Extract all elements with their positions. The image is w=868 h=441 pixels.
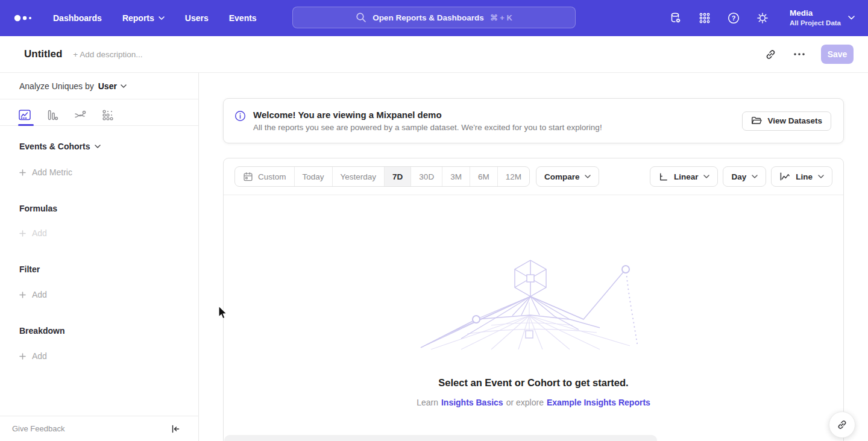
line-chart-tab-icon (18, 108, 31, 122)
tab-flows[interactable] (74, 99, 101, 125)
line-chart-icon (779, 172, 790, 181)
chart-type-tabs (0, 99, 198, 126)
compare-dropdown[interactable]: Compare (536, 166, 600, 187)
empty-state-illustration (419, 254, 648, 352)
more-options-icon[interactable] (792, 47, 807, 61)
empty-state-hint: Learn Insights Basics or explore Example… (417, 398, 650, 407)
report-title[interactable]: Untitled (24, 48, 62, 60)
give-feedback-link[interactable]: Give Feedback (12, 424, 64, 433)
mixpanel-logo-icon[interactable] (13, 14, 34, 22)
search-shortcut: ⌘ + K (490, 13, 512, 22)
filter-header: Filter (19, 264, 198, 274)
date-range-today[interactable]: Today (295, 167, 333, 186)
date-range-3m[interactable]: 3M (442, 167, 470, 186)
apps-grid-icon[interactable] (698, 11, 711, 25)
project-name: Media (790, 8, 841, 19)
demo-welcome-banner: Welcome! You are viewing a Mixpanel demo… (223, 98, 844, 143)
date-range-7d[interactable]: 7D (385, 167, 411, 186)
view-datasets-button[interactable]: View Datasets (742, 111, 831, 131)
settings-gear-icon[interactable] (756, 11, 769, 25)
insights-basics-link[interactable]: Insights Basics (441, 398, 503, 407)
plus-icon (19, 169, 26, 176)
date-range-12m[interactable]: 12M (498, 167, 529, 186)
help-icon[interactable]: ? (727, 11, 740, 25)
nav-item-dashboards[interactable]: Dashboards (53, 13, 102, 23)
plus-icon (19, 230, 26, 237)
formulas-header: Formulas (19, 204, 198, 213)
empty-state: Select an Event or Cohort to get started… (224, 195, 843, 407)
calendar-icon (243, 172, 253, 182)
breakdown-table-peek (224, 435, 657, 441)
add-formula-button[interactable]: Add (19, 228, 198, 238)
search-placeholder: Open Reports & Dashboards (373, 13, 484, 22)
selected-tab-indicator (18, 124, 34, 126)
add-metric-button[interactable]: Add Metric (19, 167, 198, 177)
analyze-entity-dropdown[interactable]: User (98, 81, 127, 91)
grid-dots-tab-icon (101, 108, 115, 122)
chart-type-dropdown[interactable]: Line (771, 166, 832, 187)
tab-retention-grid[interactable] (101, 99, 129, 125)
chevron-down-icon (585, 175, 591, 178)
chevron-down-icon (95, 145, 101, 148)
floating-copy-link-button[interactable] (829, 411, 855, 438)
flows-tab-icon (74, 108, 87, 122)
save-button[interactable]: Save (821, 45, 854, 64)
date-range-30d[interactable]: 30D (411, 167, 442, 186)
banner-title: Welcome! You are viewing a Mixpanel demo (253, 110, 602, 120)
top-nav: Dashboards Reports Users Events Open Rep… (0, 0, 868, 36)
nav-item-users[interactable]: Users (185, 13, 209, 23)
svg-text:?: ? (732, 14, 736, 22)
linear-axis-icon (658, 172, 668, 182)
date-range-6m[interactable]: 6M (470, 167, 498, 186)
plus-icon (19, 353, 26, 360)
add-breakdown-button[interactable]: Add (19, 351, 198, 361)
chevron-down-icon (848, 16, 855, 20)
tab-insights-line[interactable] (18, 99, 46, 125)
analyze-uniques-row: Analyze Uniques by User (0, 73, 198, 99)
global-search[interactable]: Open Reports & Dashboards ⌘ + K (292, 7, 576, 28)
empty-state-title: Select an Event or Cohort to get started… (438, 377, 628, 389)
example-insights-reports-link[interactable]: Example Insights Reports (547, 398, 650, 407)
link-icon (837, 419, 848, 430)
events-cohorts-header[interactable]: Events & Cohorts (19, 142, 198, 151)
chevron-down-icon (121, 84, 127, 88)
add-filter-button[interactable]: Add (19, 290, 198, 299)
query-builder-sidebar: Analyze Uniques by User (0, 73, 199, 441)
project-picker[interactable]: Media All Project Data (790, 8, 855, 28)
bar-chart-tab-icon (46, 108, 59, 122)
chevron-down-icon (703, 175, 709, 178)
date-range-yesterday[interactable]: Yesterday (333, 167, 385, 186)
data-management-icon[interactable] (669, 11, 682, 25)
interval-dropdown[interactable]: Day (723, 166, 766, 187)
analyze-label: Analyze Uniques by (19, 81, 94, 91)
date-range-segmented-control: Custom Today Yesterday 7D 30D 3M 6M 12M (234, 166, 530, 187)
tab-bar-chart[interactable] (46, 99, 74, 125)
chevron-down-icon (159, 16, 165, 20)
folder-icon (751, 116, 762, 125)
report-header: Untitled + Add description... Save (0, 36, 868, 73)
chevron-down-icon (818, 175, 824, 178)
collapse-sidebar-icon[interactable] (171, 424, 180, 434)
sidebar-footer: Give Feedback (0, 416, 198, 441)
banner-subtitle: All the reports you see are powered by a… (253, 123, 602, 132)
chevron-down-icon (752, 175, 758, 178)
insights-report-card: Custom Today Yesterday 7D 30D 3M 6M 12M … (223, 158, 844, 441)
scale-dropdown[interactable]: Linear (650, 166, 719, 187)
nav-item-reports[interactable]: Reports (122, 13, 165, 23)
breakdown-header: Breakdown (19, 326, 198, 336)
chart-controls-row: Custom Today Yesterday 7D 30D 3M 6M 12M … (224, 158, 843, 195)
search-icon (356, 12, 366, 23)
nav-item-events[interactable]: Events (229, 13, 257, 23)
info-icon (234, 110, 246, 122)
copy-link-icon[interactable] (763, 47, 778, 61)
plus-icon (19, 292, 26, 298)
report-description-placeholder[interactable]: + Add description... (73, 50, 142, 59)
project-scope: All Project Data (790, 19, 841, 28)
date-range-custom[interactable]: Custom (235, 167, 295, 186)
